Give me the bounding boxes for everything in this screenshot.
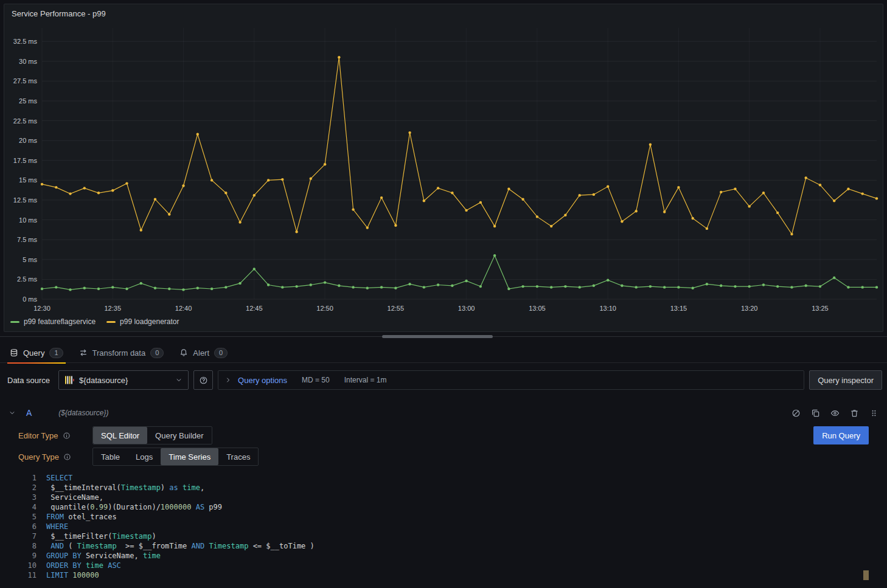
svg-text:12:45: 12:45	[246, 305, 263, 312]
disable-query-icon[interactable]	[791, 409, 801, 418]
code-line-1[interactable]: 1SELECT	[18, 473, 869, 483]
datasource-value: ${datasource}	[79, 376, 170, 385]
duplicate-query-icon[interactable]	[811, 409, 820, 418]
datasource-select[interactable]: ${datasource}	[58, 370, 189, 390]
datasource-label: Data source	[5, 376, 54, 385]
svg-text:2.5 ms: 2.5 ms	[17, 275, 38, 283]
editor-cursor-indicator	[863, 570, 869, 580]
legend-item[interactable]: p99 loadgenerator	[106, 317, 179, 326]
code-line-4[interactable]: 4 quantile(0.99)(Duration)/1000000 AS p9…	[18, 502, 869, 512]
svg-text:32.5 ms: 32.5 ms	[13, 38, 38, 45]
query-options-md: MD = 50	[302, 376, 330, 384]
query-type-option-time-series[interactable]: Time Series	[161, 448, 218, 465]
hide-query-icon[interactable]	[830, 409, 840, 418]
tab-badge: 0	[150, 348, 164, 358]
editor-type-group: SQL EditorQuery Builder	[92, 426, 212, 444]
line-number: 9	[18, 551, 37, 561]
line-number: 1	[18, 473, 37, 483]
code-line-9[interactable]: 9GROUP BY ServiceName, time	[18, 551, 869, 561]
collapse-query-icon[interactable]	[9, 409, 16, 417]
query-options-interval: Interval = 1m	[344, 376, 387, 384]
chevron-right-icon	[224, 376, 232, 384]
query-type-group: TableLogsTime SeriesTraces	[92, 448, 259, 466]
code-text: ORDER BY time ASC	[46, 561, 121, 570]
tab-query[interactable]: Query1	[5, 343, 68, 363]
run-query-button[interactable]: Run Query	[813, 426, 869, 444]
drag-query-icon[interactable]	[869, 409, 878, 418]
code-text: FROM otel_traces	[46, 512, 117, 522]
editor-type-row: Editor Type SQL EditorQuery Builder Run …	[18, 426, 869, 444]
editor-type-option-query-builder[interactable]: Query Builder	[147, 427, 211, 444]
query-options-toggle[interactable]: Query options MD = 50 Interval = 1m	[218, 370, 804, 390]
legend-label: p99 loadgenerator	[120, 317, 179, 326]
tab-alert[interactable]: Alert0	[175, 343, 232, 363]
code-line-5[interactable]: 5FROM otel_traces	[18, 512, 869, 522]
query-datasource-hint: (${datasource})	[58, 409, 108, 417]
editor-type-option-sql-editor[interactable]: SQL Editor	[93, 427, 147, 444]
editor-type-label: Editor Type	[18, 431, 92, 440]
sql-editor[interactable]: 1SELECT2 $__timeInterval(Timestamp) as t…	[18, 473, 869, 580]
scrollbar-thumb[interactable]	[382, 335, 493, 338]
tab-label: Query	[23, 348, 44, 358]
svg-text:27.5 ms: 27.5 ms	[13, 77, 38, 85]
query-actions	[791, 409, 878, 418]
svg-text:15 ms: 15 ms	[19, 176, 37, 184]
code-text: WHERE	[46, 522, 68, 531]
legend-swatch	[106, 321, 116, 323]
query-inspector-button[interactable]: Query inspector	[809, 370, 882, 390]
query-ref-id[interactable]: A	[26, 408, 32, 418]
chart-legend: p99 featureflagservicep99 loadgenerator	[4, 315, 883, 328]
panel-title[interactable]: Service Performance - p99	[4, 4, 883, 19]
tab-badge: 1	[49, 348, 63, 358]
datasource-help-button[interactable]	[193, 370, 213, 390]
timeseries-chart[interactable]: 0 ms2.5 ms5 ms7.5 ms10 ms12.5 ms15 ms17.…	[4, 19, 883, 315]
tab-transform-data[interactable]: Transform data0	[74, 343, 169, 363]
tab-label: Alert	[193, 348, 209, 358]
info-icon[interactable]	[63, 432, 71, 440]
query-type-option-table[interactable]: Table	[93, 448, 128, 465]
svg-text:13:15: 13:15	[670, 305, 687, 312]
info-icon[interactable]	[63, 453, 71, 461]
remove-query-icon[interactable]	[850, 409, 859, 418]
query-editor: Editor Type SQL EditorQuery Builder Run …	[5, 426, 882, 580]
timeseries-panel: Service Performance - p99 0 ms2.5 ms5 ms…	[4, 4, 883, 332]
line-number: 3	[18, 493, 37, 502]
code-text: SELECT	[46, 473, 72, 483]
svg-text:13:05: 13:05	[529, 305, 546, 312]
svg-text:0 ms: 0 ms	[23, 296, 37, 303]
code-text: AND ( Timestamp >= $__fromTime AND Times…	[46, 541, 315, 551]
line-number: 10	[18, 561, 37, 570]
svg-text:12:35: 12:35	[105, 305, 122, 312]
code-line-7[interactable]: 7 $__timeFilter(Timestamp)	[18, 531, 869, 541]
line-number: 5	[18, 512, 37, 522]
line-number: 11	[18, 570, 37, 580]
code-line-8[interactable]: 8 AND ( Timestamp >= $__fromTime AND Tim…	[18, 541, 869, 551]
code-line-3[interactable]: 3 ServiceName,	[18, 493, 869, 502]
line-number: 7	[18, 531, 37, 541]
code-text: $__timeInterval(Timestamp) as time,	[46, 483, 204, 493]
query-row-header: A (${datasource})	[5, 404, 882, 421]
query-type-option-traces[interactable]: Traces	[218, 448, 258, 465]
line-number: 4	[18, 502, 37, 512]
legend-label: p99 featureflagservice	[24, 317, 96, 326]
svg-text:13:00: 13:00	[458, 305, 475, 312]
horizontal-scrollbar[interactable]	[0, 335, 887, 338]
editor-tabs: Query1Transform data0Alert0	[0, 343, 887, 363]
code-line-10[interactable]: 10ORDER BY time ASC	[18, 561, 869, 570]
code-text: GROUP BY ServiceName, time	[46, 551, 161, 561]
line-number: 6	[18, 522, 37, 531]
code-line-11[interactable]: 11LIMIT 100000	[18, 570, 869, 580]
svg-text:12.5 ms: 12.5 ms	[13, 196, 38, 204]
svg-text:22.5 ms: 22.5 ms	[13, 117, 38, 125]
svg-text:17.5 ms: 17.5 ms	[13, 157, 38, 164]
legend-swatch	[10, 321, 19, 323]
svg-text:5 ms: 5 ms	[23, 256, 37, 263]
legend-item[interactable]: p99 featureflagservice	[10, 317, 96, 326]
code-line-6[interactable]: 6WHERE	[18, 522, 869, 531]
query-type-option-logs[interactable]: Logs	[128, 448, 161, 465]
svg-text:7.5 ms: 7.5 ms	[17, 236, 38, 243]
svg-text:13:25: 13:25	[812, 305, 829, 312]
svg-text:30 ms: 30 ms	[19, 58, 37, 65]
database-icon	[10, 348, 18, 357]
code-line-2[interactable]: 2 $__timeInterval(Timestamp) as time,	[18, 483, 869, 493]
